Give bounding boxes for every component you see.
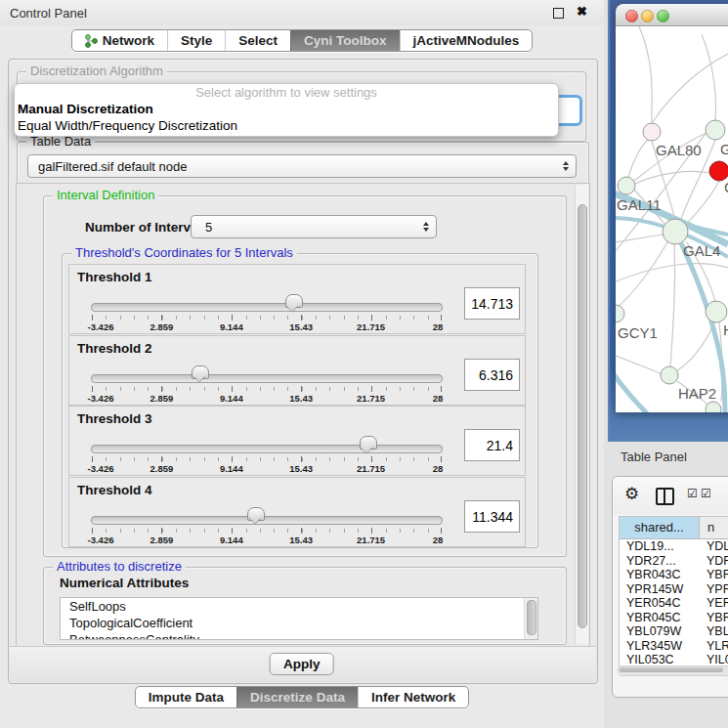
cell-shared-name[interactable]: YER054C xyxy=(620,596,700,611)
threshold-slider-handle[interactable] xyxy=(192,365,209,379)
network-node[interactable] xyxy=(706,301,727,322)
float-window-icon[interactable] xyxy=(553,8,564,19)
tab-impute-data[interactable]: Impute Data xyxy=(136,687,236,707)
numerical-attributes-list[interactable]: SelfLoopsTopologicalCoefficientBetweenne… xyxy=(60,597,538,640)
network-node-highlighted[interactable] xyxy=(709,161,728,181)
slider-tick-label: -3.426 xyxy=(88,393,114,404)
network-edge[interactable] xyxy=(616,264,728,282)
table-row[interactable]: YER054CYER0 xyxy=(620,596,728,611)
scrollbar-thumb[interactable] xyxy=(620,667,723,672)
network-node[interactable] xyxy=(663,219,688,244)
cell-shared-name[interactable]: YDR27... xyxy=(620,554,700,569)
settings-vertical-scrollbar[interactable] xyxy=(575,185,588,644)
tab-style[interactable]: Style xyxy=(167,30,225,51)
table-horizontal-scrollbar[interactable] xyxy=(618,665,728,676)
table-row[interactable]: YPR145WYPR1 xyxy=(620,582,728,597)
zoom-traffic-light-icon[interactable] xyxy=(657,10,669,22)
select-checkbox-icon-1[interactable]: ☑ xyxy=(687,487,698,500)
cell-shared-name[interactable]: YBR045C xyxy=(620,611,700,625)
cell-name[interactable]: YBR0 xyxy=(700,611,728,625)
cell-name[interactable]: YBR0 xyxy=(700,568,728,582)
threshold-slider-track[interactable] xyxy=(91,516,443,525)
cell-shared-name[interactable]: YBL079W xyxy=(620,624,700,639)
network-edge[interactable] xyxy=(616,235,663,242)
tab-network[interactable]: Network xyxy=(72,30,167,51)
tab-jactivemnodules[interactable]: jActiveMNodules xyxy=(400,30,533,51)
close-icon[interactable]: ✖ xyxy=(577,4,587,19)
network-thick-edge[interactable] xyxy=(616,374,647,412)
cell-name[interactable]: YER0 xyxy=(700,596,728,611)
settings-gear-icon[interactable]: ⚙ xyxy=(624,484,639,504)
network-edge[interactable] xyxy=(616,355,662,374)
threshold-value-field[interactable]: 21.4 xyxy=(464,429,520,461)
network-node[interactable] xyxy=(706,120,725,140)
slider-major-tick xyxy=(232,528,233,534)
dropdown-option-equal-width-frequency[interactable]: Equal Width/Frequency Discretization xyxy=(15,117,558,134)
network-node[interactable] xyxy=(706,402,721,412)
table-row[interactable]: YBR043CYBR0 xyxy=(620,568,728,582)
table-data-combobox[interactable]: galFiltered.sif default node xyxy=(27,154,577,178)
cell-name[interactable]: YLR3 xyxy=(700,639,728,654)
scrollbar-thumb[interactable] xyxy=(527,600,536,635)
network-node[interactable] xyxy=(616,305,624,322)
network-edge[interactable] xyxy=(628,140,648,177)
network-thick-edge[interactable] xyxy=(721,361,725,412)
apply-button[interactable]: Apply xyxy=(270,653,334,675)
network-edge[interactable] xyxy=(702,34,716,120)
table-row[interactable]: YLR345WYLR3 xyxy=(620,639,728,654)
threshold-value-field[interactable]: 14.713 xyxy=(464,287,520,320)
number-of-intervals-combobox[interactable]: 5 xyxy=(191,215,437,238)
cell-shared-name[interactable]: YDL19... xyxy=(620,539,700,554)
threshold-slider-track[interactable] xyxy=(91,445,443,453)
interval-definition-groupbox: Interval Definition Number of Intervals … xyxy=(43,195,567,557)
cell-name[interactable]: YBL0 xyxy=(700,624,728,639)
select-checkbox-icon-2[interactable]: ☑ xyxy=(701,487,711,500)
network-edge[interactable] xyxy=(677,322,714,370)
tab-cyni-toolbox[interactable]: Cyni Toolbox xyxy=(290,30,400,51)
threshold-slider-track[interactable] xyxy=(91,374,443,383)
column-header-name[interactable]: n xyxy=(700,517,728,538)
cell-name[interactable]: YDR2 xyxy=(700,554,728,569)
cell-name[interactable]: YPR1 xyxy=(700,582,728,597)
table-row[interactable]: YBL079WYBL0 xyxy=(620,624,728,639)
network-edge[interactable] xyxy=(652,54,728,123)
tab-select[interactable]: Select xyxy=(225,30,290,51)
tab-discretize-data[interactable]: Discretize Data xyxy=(236,687,358,707)
threshold-slider-handle[interactable] xyxy=(360,436,377,450)
network-edge[interactable] xyxy=(670,244,675,366)
table-row[interactable]: YBR045CYBR0 xyxy=(620,611,728,625)
cell-name[interactable]: YDL1 xyxy=(700,539,728,554)
threshold-slider-track[interactable] xyxy=(91,303,443,312)
attribute-list-item[interactable]: TopologicalCoefficient xyxy=(61,615,537,631)
minimize-traffic-light-icon[interactable] xyxy=(641,10,654,22)
attributes-list-scrollbar[interactable] xyxy=(524,598,537,639)
network-icon xyxy=(85,34,98,48)
network-graph: GAL80GCGAL11GAL4GCY1HHAP2 xyxy=(616,26,728,412)
table-row[interactable]: YDL19...YDL1 xyxy=(620,539,728,554)
network-edge[interactable] xyxy=(639,26,652,122)
network-edge[interactable] xyxy=(616,240,668,309)
column-header-shared-name[interactable]: shared... xyxy=(620,517,700,538)
slider-major-tick xyxy=(92,528,93,534)
dropdown-option-manual-discretization[interactable]: Manual Discretization xyxy=(15,101,558,117)
network-canvas[interactable]: GAL80GCGAL11GAL4GCY1HHAP2 xyxy=(616,26,728,412)
cell-shared-name[interactable]: YBR043C xyxy=(620,568,700,582)
network-node[interactable] xyxy=(643,123,661,141)
network-edge[interactable] xyxy=(685,181,719,226)
network-node[interactable] xyxy=(618,177,635,194)
table-row[interactable]: YDR27...YDR2 xyxy=(620,554,728,569)
threshold-slider-handle[interactable] xyxy=(285,294,303,308)
scrollbar-thumb[interactable] xyxy=(578,204,587,628)
cell-shared-name[interactable]: YPR145W xyxy=(620,582,700,597)
network-node[interactable] xyxy=(661,366,678,384)
slider-major-tick xyxy=(371,528,372,534)
attribute-list-item[interactable]: SelfLoops xyxy=(61,598,537,615)
cell-shared-name[interactable]: YLR345W xyxy=(620,639,700,654)
threshold-slider-handle[interactable] xyxy=(247,507,265,521)
tab-infer-network[interactable]: Infer Network xyxy=(358,687,468,707)
threshold-value-field[interactable]: 11.344 xyxy=(464,500,520,533)
column-layout-icon[interactable] xyxy=(656,488,674,505)
close-traffic-light-icon[interactable] xyxy=(625,10,638,22)
attribute-list-item[interactable]: BetweennessCentrality xyxy=(61,631,537,640)
threshold-value-field[interactable]: 6.316 xyxy=(464,359,520,391)
